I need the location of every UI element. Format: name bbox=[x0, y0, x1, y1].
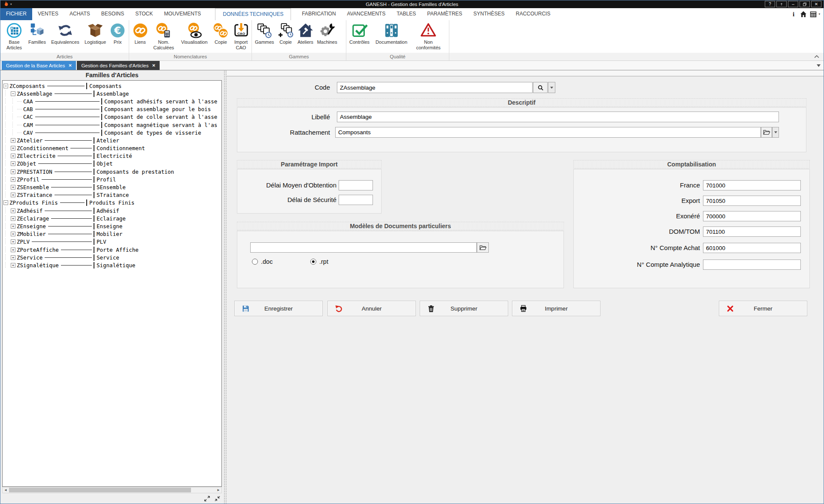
expand-node-icon[interactable]: + bbox=[11, 239, 15, 244]
tree-row-zsignaletique[interactable]: +ZSignalétiqueSignalétique bbox=[3, 261, 221, 269]
compta-input-n-compte-analytique[interactable] bbox=[703, 260, 801, 270]
imprimer-button[interactable]: Imprimer bbox=[512, 301, 600, 316]
tree-row-cav[interactable]: CAVComposant de types de visserie bbox=[3, 129, 221, 136]
ribbon-button-machines[interactable]: Machines bbox=[315, 21, 339, 45]
ribbon-button-non-conformites[interactable]: Non conformités bbox=[412, 21, 445, 51]
expand-panel-icon[interactable] bbox=[204, 495, 210, 502]
menu-tab-tables[interactable]: TABLES bbox=[391, 8, 421, 20]
supprimer-button[interactable]: Supprimer bbox=[420, 301, 508, 316]
collapse-panel-icon[interactable] bbox=[214, 495, 221, 502]
expand-node-icon[interactable]: + bbox=[11, 216, 15, 221]
tree-row-caa[interactable]: CAAComposant adhésifs servant à l'asse bbox=[3, 97, 221, 105]
ribbon-button-copie[interactable]: Copie bbox=[276, 21, 296, 45]
tree-row-zplv[interactable]: +ZPLVPLV bbox=[3, 238, 221, 246]
tab-list-caret-icon[interactable] bbox=[817, 64, 821, 67]
annuler-button[interactable]: Annuler bbox=[327, 301, 416, 316]
ribbon-button-ateliers[interactable]: Ateliers bbox=[296, 21, 315, 45]
tree-row-zservice[interactable]: +ZServiceService bbox=[3, 254, 221, 261]
tree-row-zproduits-finis[interactable]: −ZProduits FinisProduits Finis bbox=[3, 199, 221, 207]
menu-tab-achats[interactable]: ACHATS bbox=[64, 8, 96, 20]
ribbon-button-base-articles[interactable]: Base Articles bbox=[2, 21, 27, 51]
restore-button[interactable] bbox=[800, 1, 810, 7]
menu-tab-avancements[interactable]: AVANCEMENTS bbox=[342, 8, 391, 20]
expand-node-icon[interactable]: + bbox=[11, 208, 15, 213]
tree-row-zenseigne[interactable]: +ZEnseigneEnseigne bbox=[3, 222, 221, 230]
tab-close-icon[interactable]: ✕ bbox=[152, 63, 155, 68]
radio-rpt[interactable]: .rpt bbox=[310, 258, 328, 265]
tree-row-zobjet[interactable]: +ZObjetObjet bbox=[3, 160, 221, 168]
expand-node-icon[interactable]: + bbox=[11, 232, 15, 236]
ribbon-button-controles[interactable]: Contrôles bbox=[348, 21, 371, 45]
tree-row-zmobilier[interactable]: +ZMobilierMobilier bbox=[3, 230, 221, 238]
expand-node-icon[interactable]: + bbox=[11, 185, 15, 190]
tree-row-zporteaffiche[interactable]: +ZPorteAffichePorte Affiche bbox=[3, 246, 221, 254]
expand-node-icon[interactable]: + bbox=[11, 193, 15, 197]
ribbon-button-prix[interactable]: €Prix bbox=[108, 21, 127, 45]
ribbon-button-familles[interactable]: Familles bbox=[27, 21, 48, 45]
compta-input-exonere[interactable] bbox=[703, 211, 801, 221]
enregistrer-button[interactable]: Enregistrer bbox=[234, 301, 323, 316]
expand-node-icon[interactable]: + bbox=[11, 247, 15, 252]
code-input[interactable] bbox=[337, 82, 533, 93]
tree-row-zprofil[interactable]: +ZProfilProfil bbox=[3, 175, 221, 183]
tree-row-zsensemble[interactable]: +ZSEnsembleSEnsemble bbox=[3, 183, 221, 191]
delai-moyen-input[interactable] bbox=[339, 180, 373, 190]
menu-tab-stock[interactable]: STOCK bbox=[130, 8, 158, 20]
fermer-button[interactable]: Fermer bbox=[719, 301, 807, 316]
document-tab-gestion-des-familles-d-articles[interactable]: Gestion des Familles d'Articles✕ bbox=[77, 61, 160, 70]
tree-row-zassemblage[interactable]: −ZAssemblageAssemblage bbox=[3, 90, 221, 97]
calendar-caret-icon[interactable]: ▾ bbox=[818, 12, 820, 16]
ribbon-button-gammes[interactable]: Gammes bbox=[253, 21, 276, 45]
rattachement-folder-button[interactable] bbox=[761, 127, 772, 138]
ribbon-button-visualisation[interactable]: Visualisation bbox=[178, 21, 211, 45]
expand-node-icon[interactable]: + bbox=[11, 138, 15, 143]
tree-row-cab[interactable]: CABComposant assemblage pour le bois bbox=[3, 106, 221, 113]
compta-input-n-compte-achat[interactable] bbox=[703, 243, 801, 253]
menu-tab-parametres[interactable]: PARAMÈTRES bbox=[421, 8, 468, 20]
menu-tab-mouvements[interactable]: MOUVEMENTS bbox=[158, 8, 206, 20]
compta-input-export[interactable] bbox=[703, 196, 801, 206]
menu-tab-syntheses[interactable]: SYNTHÈSES bbox=[468, 8, 510, 20]
ribbon-button-equivalences[interactable]: Equivalences bbox=[48, 21, 83, 45]
close-button[interactable]: ✕ bbox=[811, 1, 821, 7]
rattachement-input[interactable] bbox=[335, 127, 761, 138]
collapse-node-icon[interactable]: − bbox=[3, 200, 8, 205]
tree-row-zprestation[interactable]: +ZPRESTATIONComposants de prestation bbox=[3, 168, 221, 175]
radio-doc-circle-icon[interactable] bbox=[252, 259, 258, 265]
compta-input-dom-tom[interactable] bbox=[703, 226, 801, 237]
help-button[interactable]: ? bbox=[765, 1, 775, 7]
modele-folder-button[interactable] bbox=[477, 242, 489, 253]
tree-row-cam[interactable]: CAMComposant magnétique servant à l'as bbox=[3, 121, 221, 129]
ribbon-button-copie[interactable]: Copie bbox=[211, 21, 230, 45]
scrollbar-thumb[interactable] bbox=[9, 488, 191, 492]
calendar-icon[interactable] bbox=[810, 11, 817, 18]
tree-row-zstraitance[interactable]: +ZSTraitanceSTraitance bbox=[3, 191, 221, 199]
pin-button[interactable] bbox=[776, 1, 787, 7]
info-icon[interactable]: i bbox=[790, 11, 797, 18]
expand-node-icon[interactable]: + bbox=[11, 169, 15, 174]
home-icon[interactable] bbox=[800, 11, 807, 18]
ribbon-collapse-icon[interactable] bbox=[814, 55, 819, 58]
modele-path-input[interactable] bbox=[250, 242, 477, 253]
code-search-button[interactable] bbox=[533, 82, 548, 93]
radio-doc[interactable]: .doc bbox=[252, 258, 273, 265]
document-tab-gestion-de-la-base-articles[interactable]: Gestion de la Base Articles✕ bbox=[2, 61, 76, 70]
expand-node-icon[interactable]: + bbox=[11, 161, 15, 166]
scroll-right-icon[interactable]: ► bbox=[215, 487, 221, 493]
ribbon-button-logistique[interactable]: Logistique bbox=[83, 21, 108, 45]
minimize-button[interactable]: – bbox=[788, 1, 798, 7]
radio-rpt-circle-icon[interactable] bbox=[310, 259, 316, 265]
collapse-node-icon[interactable]: − bbox=[3, 84, 8, 88]
delai-securite-input[interactable] bbox=[339, 195, 373, 205]
panel-splitter[interactable] bbox=[224, 70, 227, 504]
expand-node-icon[interactable]: + bbox=[11, 224, 15, 229]
tree-row-zconditionnement[interactable]: +ZConditionnementConditionnement bbox=[3, 145, 221, 152]
menu-tab-donnees-techniques[interactable]: DONNÉES TECHNIQUES bbox=[215, 8, 291, 20]
tree-horizontal-scrollbar[interactable]: ◄ ► bbox=[2, 487, 222, 493]
expand-node-icon[interactable]: + bbox=[11, 177, 15, 182]
tree-row-zeclairage[interactable]: +ZEclairageEclairage bbox=[3, 214, 221, 222]
tab-close-icon[interactable]: ✕ bbox=[68, 63, 72, 68]
scroll-left-icon[interactable]: ◄ bbox=[3, 487, 9, 493]
menu-tab-fichier[interactable]: FICHIER bbox=[0, 8, 32, 20]
rattachement-dropdown-button[interactable] bbox=[772, 127, 779, 138]
